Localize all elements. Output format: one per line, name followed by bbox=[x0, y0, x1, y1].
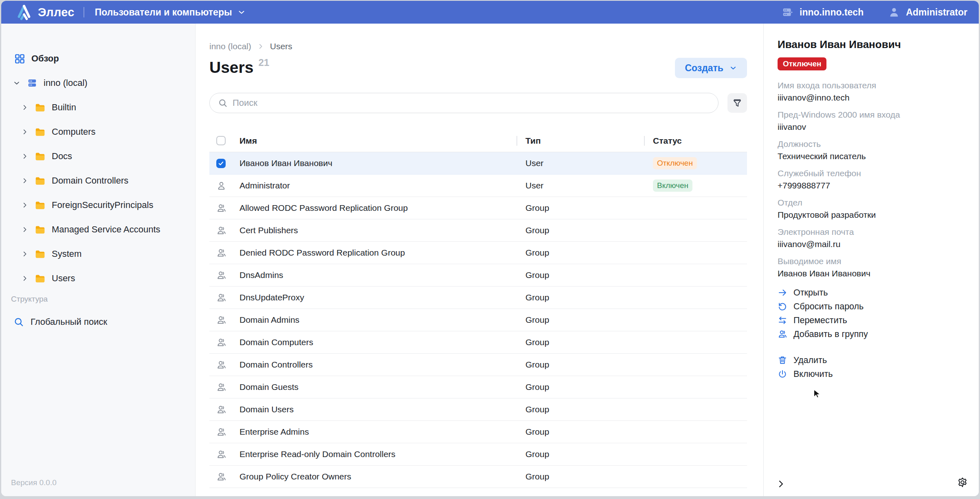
chevron-right-icon[interactable] bbox=[21, 201, 29, 209]
row-name: DnsAdmins bbox=[240, 270, 525, 280]
sidebar: Обзор inno (local) bbox=[1, 24, 196, 496]
search-box bbox=[209, 93, 719, 113]
panel-field: Выводимое имя Иванов Иван Иванович bbox=[778, 255, 965, 279]
table-row[interactable]: Enterprise Admins Group bbox=[209, 421, 747, 443]
collapse-panel-button[interactable] bbox=[776, 479, 786, 489]
row-lead-cell[interactable] bbox=[209, 248, 240, 258]
row-lead-cell[interactable] bbox=[209, 315, 240, 325]
row-lead-cell[interactable] bbox=[209, 382, 240, 392]
sidebar-folder-builtin[interactable]: Builtin bbox=[1, 95, 195, 120]
domain-indicator[interactable]: inno.inno.tech bbox=[782, 6, 864, 18]
row-type: Group bbox=[525, 225, 653, 235]
sidebar-folder-label: Builtin bbox=[52, 102, 76, 113]
row-lead-cell[interactable] bbox=[209, 472, 240, 482]
field-label: Должность bbox=[778, 138, 965, 150]
row-name: Enterprise Read-only Domain Controllers bbox=[240, 449, 525, 459]
row-lead-cell[interactable] bbox=[209, 203, 240, 213]
elles-logo-icon bbox=[15, 3, 33, 21]
chevron-right-icon[interactable] bbox=[21, 177, 29, 184]
panel-field: Служебный телефон +7999888777 bbox=[778, 167, 965, 191]
column-header-type[interactable]: Тип bbox=[525, 136, 653, 146]
table-row[interactable]: Domain Admins Group bbox=[209, 309, 747, 331]
table-row[interactable]: Administrator User Включен bbox=[209, 175, 747, 197]
table-row[interactable]: DnsUpdateProxy Group bbox=[209, 287, 747, 309]
row-name: Cert Publishers bbox=[240, 225, 525, 235]
brand-logo[interactable]: Эллес bbox=[15, 3, 75, 21]
sidebar-tree-root[interactable]: inno (local) bbox=[1, 71, 195, 95]
chevron-right-icon[interactable] bbox=[21, 128, 29, 136]
row-lead-cell[interactable] bbox=[209, 181, 240, 191]
row-checkbox-checked[interactable] bbox=[216, 159, 226, 168]
table-row[interactable]: DnsAdmins Group bbox=[209, 264, 747, 287]
table-row[interactable]: Group Policy Creator Owners Group bbox=[209, 466, 747, 488]
sidebar-item-global-search[interactable]: Глобальный поиск bbox=[1, 309, 195, 335]
search-input[interactable] bbox=[233, 98, 710, 108]
structure-section-label: Структура bbox=[11, 295, 195, 304]
table-header: Имя Тип Статус bbox=[209, 129, 747, 152]
row-lead-cell[interactable] bbox=[209, 293, 240, 303]
action-label: Открыть bbox=[793, 288, 828, 298]
column-header-name[interactable]: Имя bbox=[240, 136, 525, 146]
row-lead-cell[interactable] bbox=[209, 337, 240, 348]
table-row[interactable]: Иванов Иван Иванович User Отключен bbox=[209, 152, 747, 175]
column-header-status[interactable]: Статус bbox=[653, 136, 747, 146]
breadcrumb-root[interactable]: inno (local) bbox=[209, 42, 251, 51]
add-to-group-icon bbox=[778, 329, 787, 339]
action-arrow-right[interactable]: Открыть bbox=[778, 286, 965, 300]
sidebar-overview-label: Обзор bbox=[31, 53, 59, 64]
filter-button[interactable] bbox=[727, 93, 747, 113]
sidebar-folder-label: Domain Controllers bbox=[52, 175, 128, 186]
group-icon bbox=[216, 315, 226, 325]
panel-title: Иванов Иван Иванович bbox=[778, 38, 965, 51]
row-lead-cell[interactable] bbox=[209, 405, 240, 415]
users-table: Имя Тип Статус Иванов Иван Иванович User… bbox=[209, 129, 747, 488]
settings-gear-button[interactable] bbox=[957, 477, 968, 488]
select-all-checkbox[interactable] bbox=[216, 136, 226, 145]
chevron-down-icon bbox=[729, 64, 737, 72]
table-row[interactable]: Enterprise Read-only Domain Controllers … bbox=[209, 443, 747, 466]
table-row[interactable]: Denied RODC Password Replication Group G… bbox=[209, 242, 747, 264]
field-label: Электронная почта bbox=[778, 226, 965, 238]
table-row[interactable]: Allowed RODC Password Replication Group … bbox=[209, 197, 747, 219]
section-dropdown[interactable]: Пользователи и компьютеры bbox=[95, 7, 246, 18]
sidebar-folder-label: Computers bbox=[52, 127, 96, 137]
chevron-down-icon[interactable] bbox=[13, 79, 21, 87]
action-move[interactable]: Переместить bbox=[778, 313, 965, 327]
row-lead-cell[interactable] bbox=[209, 360, 240, 370]
table-row[interactable]: Domain Controllers Group bbox=[209, 354, 747, 376]
sidebar-folder-docs[interactable]: Docs bbox=[1, 144, 195, 169]
sidebar-item-overview[interactable]: Обзор bbox=[1, 46, 195, 71]
sidebar-folder-domain-controllers[interactable]: Domain Controllers bbox=[1, 169, 195, 193]
chevron-right-icon[interactable] bbox=[21, 226, 29, 233]
chevron-right-icon[interactable] bbox=[21, 250, 29, 258]
table-row[interactable]: Domain Guests Group bbox=[209, 376, 747, 398]
row-type: Group bbox=[525, 337, 653, 347]
row-lead-cell[interactable] bbox=[209, 225, 240, 236]
app-window: Эллес Пользователи и компьютеры bbox=[1, 1, 979, 496]
sidebar-folder-foreignsecurityprincipals[interactable]: ForeignSecurityPrincipals bbox=[1, 193, 195, 217]
action-reset[interactable]: Сбросить пароль bbox=[778, 300, 965, 313]
row-lead-cell[interactable] bbox=[209, 270, 240, 280]
table-row[interactable]: Domain Users Group bbox=[209, 398, 747, 421]
group-icon bbox=[216, 360, 226, 370]
sidebar-folder-label: Users bbox=[52, 273, 75, 284]
arrow-right-icon bbox=[778, 288, 787, 298]
row-lead-cell[interactable] bbox=[209, 159, 240, 168]
row-lead-cell[interactable] bbox=[209, 449, 240, 460]
row-lead-cell[interactable] bbox=[209, 427, 240, 437]
chevron-right-icon[interactable] bbox=[21, 153, 29, 160]
action-power[interactable]: Включить bbox=[778, 367, 965, 381]
chevron-right-icon[interactable] bbox=[21, 104, 29, 111]
table-row[interactable]: Domain Computers Group bbox=[209, 331, 747, 354]
action-trash[interactable]: Удалить bbox=[778, 353, 965, 367]
action-add-to-group[interactable]: Добавить в группу bbox=[778, 327, 965, 341]
user-menu[interactable]: Administrator bbox=[888, 6, 967, 18]
sidebar-folder-system[interactable]: System bbox=[1, 242, 195, 266]
sidebar-folder-managed-service-accounts[interactable]: Managed Service Accounts bbox=[1, 217, 195, 242]
create-button[interactable]: Создать bbox=[675, 58, 747, 78]
chevron-right-icon[interactable] bbox=[21, 275, 29, 282]
sidebar-folder-users[interactable]: Users bbox=[1, 266, 195, 291]
table-row[interactable]: Cert Publishers Group bbox=[209, 219, 747, 242]
sidebar-folder-computers[interactable]: Computers bbox=[1, 120, 195, 144]
sidebar-folder-label: Managed Service Accounts bbox=[52, 224, 160, 235]
